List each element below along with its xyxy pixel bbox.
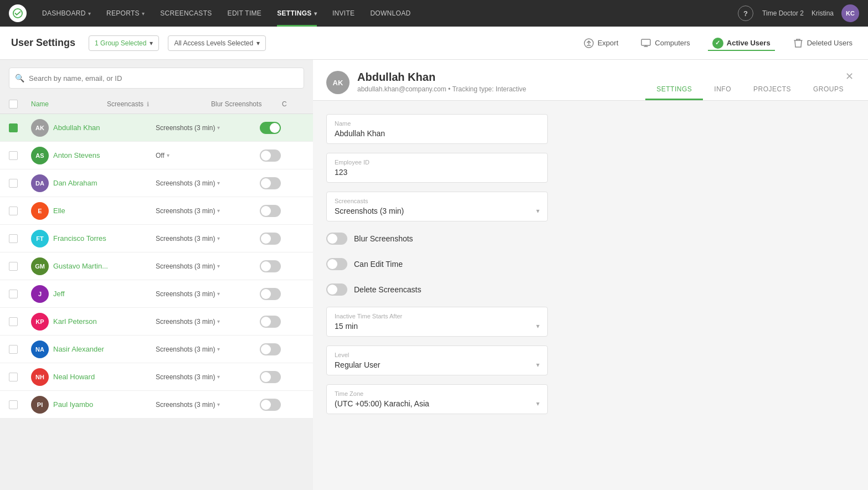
blur-toggle[interactable] — [260, 205, 281, 217]
user-row[interactable]: FT Francisco Torres Screenshots (3 min) … — [0, 225, 313, 252]
inactive-time-select[interactable]: 15 min ▾ — [335, 322, 540, 331]
screencast-dropdown[interactable]: Screenshots (3 min) ▾ — [156, 235, 255, 243]
nav-download[interactable]: DOWNLOAD — [363, 0, 417, 27]
chevron-down-icon[interactable]: ▾ — [167, 152, 170, 158]
screencast-dropdown[interactable]: Screenshots (3 min) ▾ — [156, 401, 255, 409]
blur-toggle[interactable] — [260, 233, 281, 245]
screencast-dropdown[interactable]: Screenshots (3 min) ▾ — [156, 207, 255, 215]
tab-settings[interactable]: SETTINGS — [645, 80, 703, 100]
row-checkbox[interactable] — [9, 317, 18, 326]
nav-dashboard[interactable]: DASHBOARD ▾ — [35, 0, 97, 27]
nav-settings[interactable]: SETTINGS ▾ — [270, 0, 323, 27]
can-edit-time-toggle[interactable] — [326, 258, 347, 270]
user-row[interactable]: J Jeff Screenshots (3 min) ▾ — [0, 280, 313, 308]
close-button[interactable]: ✕ — [841, 69, 857, 84]
export-button[interactable]: Export — [579, 35, 623, 51]
user-name-link[interactable]: Paul Iyambo — [53, 400, 151, 409]
active-users-button[interactable]: ✓ Active Users — [708, 35, 775, 51]
blur-toggle[interactable] — [260, 316, 281, 328]
blur-toggle[interactable] — [260, 260, 281, 272]
blur-toggle[interactable] — [260, 122, 281, 134]
computers-button[interactable]: Computers — [636, 35, 695, 51]
search-input[interactable] — [29, 74, 298, 82]
chevron-down-icon[interactable]: ▾ — [217, 180, 220, 186]
user-name-link[interactable]: Dan Abraham — [53, 179, 151, 187]
chevron-down-icon[interactable]: ▾ — [217, 291, 220, 297]
user-name-link[interactable]: Karl Peterson — [53, 317, 151, 326]
group-filter-button[interactable]: 1 Group Selected ▾ — [89, 35, 159, 51]
screencast-dropdown[interactable]: Screenshots (3 min) ▾ — [156, 290, 255, 298]
user-name-link[interactable]: Anton Stevens — [53, 151, 151, 159]
header-checkbox[interactable] — [9, 100, 18, 109]
deleted-users-button[interactable]: Deleted Users — [788, 35, 857, 51]
export-label: Export — [598, 39, 619, 47]
tab-info[interactable]: INFO — [703, 80, 742, 100]
user-row[interactable]: PI Paul Iyambo Screenshots (3 min) ▾ — [0, 391, 313, 419]
col-name-header[interactable]: Name — [31, 100, 102, 108]
user-name-link[interactable]: Abdullah Khan — [53, 123, 151, 132]
nav-edit-time[interactable]: EDIT TIME — [221, 0, 269, 27]
screencast-dropdown[interactable]: Screenshots (3 min) ▾ — [156, 318, 255, 326]
blur-toggle[interactable] — [260, 399, 281, 411]
app-logo[interactable] — [9, 4, 27, 22]
nav-reports[interactable]: REPORTS ▾ — [100, 0, 151, 27]
chevron-down-icon[interactable]: ▾ — [217, 208, 220, 214]
user-row[interactable]: E Elle Screenshots (3 min) ▾ — [0, 197, 313, 225]
level-select[interactable]: Regular User ▾ — [335, 360, 540, 369]
blur-toggle[interactable] — [260, 288, 281, 300]
chevron-down-icon[interactable]: ▾ — [217, 374, 220, 380]
user-row[interactable]: AS Anton Stevens Off ▾ — [0, 142, 313, 169]
row-checkbox[interactable] — [9, 345, 18, 354]
row-checkbox[interactable] — [9, 207, 18, 215]
row-checkbox[interactable] — [9, 400, 18, 409]
row-checkbox[interactable] — [9, 151, 18, 160]
user-row[interactable]: NH Neal Howard Screenshots (3 min) ▾ — [0, 363, 313, 391]
chevron-down-icon[interactable]: ▾ — [217, 401, 220, 408]
help-button[interactable]: ? — [738, 6, 753, 21]
chevron-down-icon[interactable]: ▾ — [217, 263, 220, 269]
user-name-link[interactable]: Nasir Alexander — [53, 345, 151, 353]
row-checkbox[interactable] — [9, 234, 18, 243]
screencasts-select[interactable]: Screenshots (3 min) ▾ — [335, 207, 540, 215]
blur-toggle[interactable] — [260, 177, 281, 189]
tab-projects[interactable]: PROJECTS — [742, 80, 802, 100]
access-filter-button[interactable]: All Access Levels Selected ▾ — [168, 35, 266, 51]
user-row[interactable]: AK Abdullah Khan Screenshots (3 min) ▾ — [0, 114, 313, 142]
delete-screencasts-toggle[interactable] — [326, 283, 347, 296]
user-name-link[interactable]: Neal Howard — [53, 373, 151, 381]
chevron-down-icon[interactable]: ▾ — [217, 235, 220, 241]
name-value[interactable]: Abdullah Khan — [335, 129, 540, 138]
user-name-link[interactable]: Elle — [53, 207, 151, 215]
timezone-select[interactable]: (UTC +05:00) Karachi, Asia ▾ — [335, 399, 540, 408]
row-checkbox[interactable] — [9, 262, 18, 271]
nav-screencasts[interactable]: SCREENCASTS — [153, 0, 218, 27]
row-checkbox[interactable] — [9, 290, 18, 298]
chevron-down-icon[interactable]: ▾ — [217, 125, 220, 131]
nav-invite[interactable]: INVITE — [326, 0, 361, 27]
blur-toggle[interactable] — [260, 371, 281, 383]
user-row[interactable]: GM Gustavo Martin... Screenshots (3 min)… — [0, 252, 313, 280]
screencast-dropdown[interactable]: Screenshots (3 min) ▾ — [156, 262, 255, 270]
row-checkbox[interactable] — [9, 179, 18, 188]
screencast-dropdown[interactable]: Off ▾ — [156, 152, 255, 159]
row-checkbox[interactable] — [9, 123, 18, 132]
screencast-dropdown[interactable]: Screenshots (3 min) ▾ — [156, 345, 255, 353]
screencast-dropdown[interactable]: Screenshots (3 min) ▾ — [156, 373, 255, 381]
row-checkbox[interactable] — [9, 373, 18, 381]
blur-screenshots-toggle[interactable] — [326, 233, 347, 245]
user-name-link[interactable]: Jeff — [53, 290, 151, 298]
user-row[interactable]: KP Karl Peterson Screenshots (3 min) ▾ — [0, 308, 313, 336]
blur-toggle[interactable] — [260, 149, 281, 162]
chevron-down-icon[interactable]: ▾ — [217, 318, 220, 324]
select-all-checkbox[interactable] — [9, 100, 27, 109]
employee-id-value[interactable]: 123 — [335, 168, 540, 177]
screencast-dropdown[interactable]: Screenshots (3 min) ▾ — [156, 124, 255, 132]
user-name-link[interactable]: Francisco Torres — [53, 234, 151, 243]
user-row[interactable]: DA Dan Abraham Screenshots (3 min) ▾ — [0, 169, 313, 197]
chevron-down-icon[interactable]: ▾ — [217, 346, 220, 352]
user-avatar[interactable]: KC — [841, 4, 859, 22]
blur-toggle[interactable] — [260, 343, 281, 355]
screencast-dropdown[interactable]: Screenshots (3 min) ▾ — [156, 179, 255, 187]
user-row[interactable]: NA Nasir Alexander Screenshots (3 min) ▾ — [0, 336, 313, 363]
user-name-link[interactable]: Gustavo Martin... — [53, 262, 151, 270]
